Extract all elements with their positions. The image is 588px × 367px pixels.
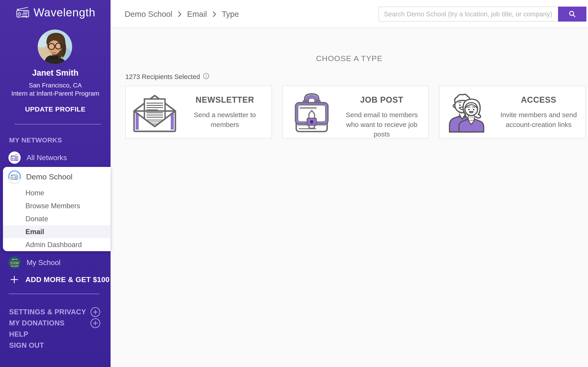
sidebar-item-all-networks[interactable]: All Networks bbox=[8, 151, 67, 164]
breadcrumb-demo-school[interactable]: Demo School bbox=[125, 9, 172, 19]
svg-text:COLLEGE: COLLEGE bbox=[11, 265, 18, 267]
card-newsletter[interactable]: NEWSLETTER Send a newsletter to members bbox=[125, 86, 272, 139]
update-profile-button[interactable]: UPDATE PROFILE bbox=[0, 105, 111, 113]
sidebar: Wavelength bbox=[0, 0, 111, 367]
app-logo[interactable]: Wavelength bbox=[16, 6, 95, 19]
search-bar bbox=[378, 7, 586, 22]
profile-role: Intern at Infant-Parent Program bbox=[0, 90, 111, 97]
search-input[interactable] bbox=[378, 7, 558, 22]
breadcrumb: Demo School Email Type bbox=[125, 0, 239, 28]
submenu-item-admin-dashboard[interactable]: Admin Dashboard bbox=[3, 238, 111, 251]
my-school-label: My School bbox=[27, 259, 60, 267]
ssw-school-badge-icon: SMITH SSW COLLEGE bbox=[8, 256, 21, 269]
add-more-label: ADD MORE & GET $100 bbox=[25, 275, 109, 284]
search-button[interactable] bbox=[558, 7, 586, 22]
card-job-post[interactable]: JOB POST Send email to members who want … bbox=[282, 86, 429, 139]
avatar[interactable] bbox=[38, 30, 72, 64]
submenu-item-home[interactable]: Home bbox=[3, 186, 111, 199]
card-title: NEWSLETTER bbox=[196, 95, 254, 105]
profile-photo bbox=[38, 30, 72, 64]
sidebar-item-settings-privacy[interactable]: SETTINGS & PRIVACY bbox=[9, 308, 86, 316]
profile-name: Janet Smith bbox=[0, 68, 111, 78]
all-networks-radio-icon bbox=[8, 151, 21, 164]
submenu-item-browse-members[interactable]: Browse Members bbox=[3, 199, 111, 212]
access-people-icon bbox=[440, 86, 498, 138]
app-window: Wavelength bbox=[0, 0, 588, 367]
search-icon bbox=[568, 10, 577, 18]
top-bar: Demo School Email Type bbox=[111, 0, 588, 28]
newsletter-envelope-icon bbox=[126, 86, 184, 138]
breadcrumb-email[interactable]: Email bbox=[187, 9, 207, 19]
sidebar-item-demo-school[interactable]: Demo School bbox=[3, 167, 111, 186]
card-description: Send email to members who want to reciev… bbox=[341, 110, 423, 139]
access-card-text: ACCESS Invite members and send account-c… bbox=[498, 86, 585, 138]
sidebar-item-sign-out[interactable]: SIGN OUT bbox=[9, 341, 44, 350]
svg-text:SSW: SSW bbox=[10, 261, 19, 265]
settings-expand-icon[interactable] bbox=[90, 307, 101, 317]
job-post-card-text: JOB POST Send email to members who want … bbox=[341, 86, 428, 138]
demo-school-radio-icon bbox=[8, 171, 21, 183]
chevron-right-icon bbox=[178, 11, 182, 17]
info-icon[interactable] bbox=[203, 73, 210, 79]
my-networks-heading: MY NETWORKS bbox=[9, 136, 62, 144]
card-access[interactable]: ACCESS Invite members and send account-c… bbox=[439, 86, 586, 139]
job-post-briefcase-icon bbox=[283, 86, 341, 138]
recipients-text: 1273 Recipients Selected bbox=[125, 73, 200, 81]
add-more-button[interactable]: ADD MORE & GET $100 bbox=[10, 275, 109, 284]
recipients-summary: 1273 Recipients Selected bbox=[125, 73, 210, 81]
sidebar-divider bbox=[15, 124, 101, 125]
card-title: JOB POST bbox=[360, 95, 403, 105]
breadcrumb-type: Type bbox=[222, 9, 239, 19]
all-networks-label: All Networks bbox=[27, 153, 67, 162]
newsletter-card-text: NEWSLETTER Send a newsletter to members bbox=[184, 86, 271, 138]
svg-text:SMITH: SMITH bbox=[12, 259, 17, 260]
sidebar-item-my-donations[interactable]: MY DONATIONS bbox=[9, 319, 65, 327]
card-description: Invite members and send account-creation… bbox=[498, 110, 580, 129]
card-title: ACCESS bbox=[521, 95, 556, 105]
chevron-right-icon bbox=[212, 11, 216, 17]
page-title: CHOOSE A TYPE bbox=[111, 54, 588, 63]
card-description: Send a newsletter to members bbox=[189, 110, 261, 129]
sidebar-item-my-school[interactable]: SMITH SSW COLLEGE My School bbox=[8, 256, 60, 269]
submenu-item-email[interactable]: Email bbox=[3, 225, 111, 238]
radio-logo-icon bbox=[16, 6, 30, 19]
email-type-cards: NEWSLETTER Send a newsletter to members bbox=[125, 86, 586, 139]
sidebar-item-help[interactable]: HELP bbox=[9, 330, 28, 338]
submenu-item-donate[interactable]: Donate bbox=[3, 212, 111, 225]
demo-school-label: Demo School bbox=[26, 172, 73, 181]
plus-icon bbox=[10, 275, 19, 284]
sidebar-divider bbox=[9, 294, 99, 294]
app-title: Wavelength bbox=[34, 6, 95, 19]
network-submenu: Demo School Home Browse Members Donate E… bbox=[3, 167, 111, 251]
donations-expand-icon[interactable] bbox=[90, 318, 101, 329]
profile-location: San Francisco, CA bbox=[0, 82, 111, 89]
